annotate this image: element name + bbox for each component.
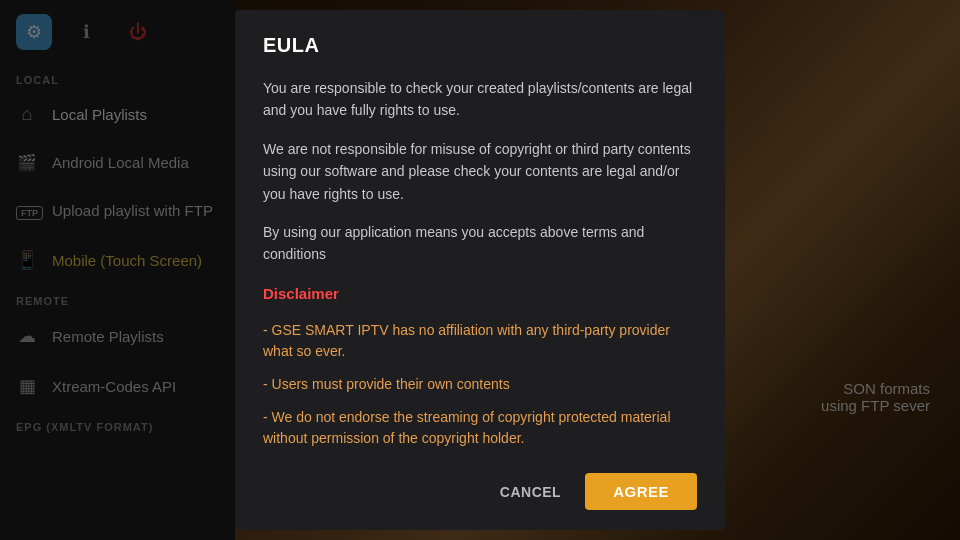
disclaimer-item-2: - Users must provide their own contents	[263, 374, 697, 395]
dialog-actions: CANCEL AGREE	[263, 473, 697, 510]
paragraph-1: You are responsible to check your create…	[263, 77, 697, 122]
cancel-button[interactable]: CANCEL	[488, 476, 573, 508]
disclaimer-label: Disclaimer	[263, 282, 697, 306]
disclaimer-item-1: - GSE SMART IPTV has no affiliation with…	[263, 320, 697, 362]
disclaimer-item-3: - We do not endorse the streaming of cop…	[263, 407, 697, 449]
dialog-title: EULA	[263, 34, 697, 57]
paragraph-3: By using our application means you accep…	[263, 221, 697, 266]
agree-button[interactable]: AGREE	[585, 473, 697, 510]
dialog-body: You are responsible to check your create…	[263, 77, 697, 455]
eula-dialog: EULA You are responsible to check your c…	[235, 10, 725, 530]
paragraph-2: We are not responsible for misuse of cop…	[263, 138, 697, 205]
